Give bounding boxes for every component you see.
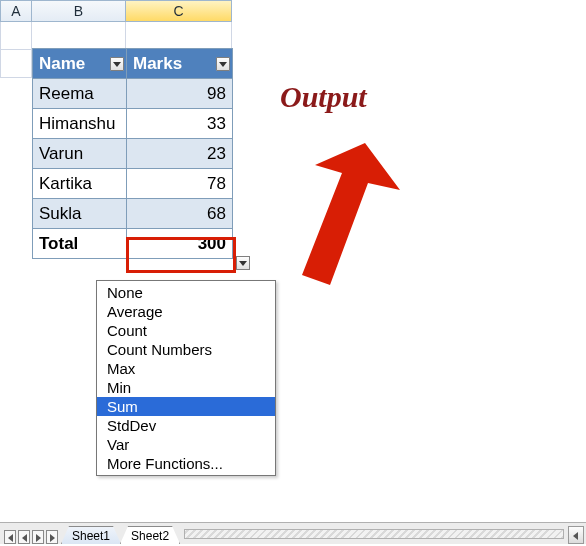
total-value[interactable]: 300 (127, 229, 233, 259)
header-marks-label: Marks (133, 54, 182, 73)
total-row: Total 300 (33, 229, 233, 259)
header-marks[interactable]: Marks (127, 49, 233, 79)
column-header-c[interactable]: C (126, 0, 232, 22)
sheet-tab-bar: Sheet1 Sheet2 (0, 522, 586, 544)
scroll-left-icon[interactable] (568, 526, 584, 544)
table-row: Kartika78 (33, 169, 233, 199)
menu-item-sum[interactable]: Sum (97, 397, 275, 416)
table-row: Varun23 (33, 139, 233, 169)
menu-item-none[interactable]: None (97, 283, 275, 302)
table-row: Reema98 (33, 79, 233, 109)
cell-name[interactable]: Reema (33, 79, 127, 109)
menu-item-count-numbers[interactable]: Count Numbers (97, 340, 275, 359)
filter-icon[interactable] (216, 57, 230, 71)
column-header-row: A B C (0, 0, 586, 22)
total-label[interactable]: Total (33, 229, 127, 259)
menu-item-var[interactable]: Var (97, 435, 275, 454)
cell-marks[interactable]: 68 (127, 199, 233, 229)
tab-nav-prev-icon[interactable] (18, 530, 30, 544)
cell-name[interactable]: Varun (33, 139, 127, 169)
table-row: Sukla68 (33, 199, 233, 229)
tab-nav-next-icon[interactable] (32, 530, 44, 544)
column-header-b[interactable]: B (32, 0, 126, 22)
menu-item-min[interactable]: Min (97, 378, 275, 397)
menu-item-more[interactable]: More Functions... (97, 454, 275, 473)
cell-name[interactable]: Himanshu (33, 109, 127, 139)
tab-nav (0, 530, 62, 544)
tab-nav-first-icon[interactable] (4, 530, 16, 544)
tab-nav-last-icon[interactable] (46, 530, 58, 544)
svg-marker-0 (302, 143, 400, 285)
cell-marks[interactable]: 98 (127, 79, 233, 109)
tab-strip[interactable] (184, 529, 564, 539)
table-row: Himanshu33 (33, 109, 233, 139)
sheet-tab-1[interactable]: Sheet1 (61, 526, 121, 544)
function-dropdown: None Average Count Count Numbers Max Min… (96, 280, 276, 476)
menu-item-count[interactable]: Count (97, 321, 275, 340)
cell-name[interactable]: Sukla (33, 199, 127, 229)
sheet-tab-2[interactable]: Sheet2 (120, 526, 180, 544)
filter-icon[interactable] (110, 57, 124, 71)
cell-marks[interactable]: 23 (127, 139, 233, 169)
cell-name[interactable]: Kartika (33, 169, 127, 199)
menu-item-average[interactable]: Average (97, 302, 275, 321)
cell-marks[interactable]: 78 (127, 169, 233, 199)
column-header-a[interactable]: A (0, 0, 32, 22)
menu-item-stddev[interactable]: StdDev (97, 416, 275, 435)
total-dropdown-icon[interactable] (236, 256, 250, 270)
menu-item-max[interactable]: Max (97, 359, 275, 378)
data-table: Name Marks Reema98 Himanshu33 Varun23 Ka… (32, 48, 233, 259)
header-name-label: Name (39, 54, 85, 73)
header-name[interactable]: Name (33, 49, 127, 79)
annotation-output: Output (280, 80, 367, 114)
arrow-icon (270, 135, 400, 285)
cell-marks[interactable]: 33 (127, 109, 233, 139)
